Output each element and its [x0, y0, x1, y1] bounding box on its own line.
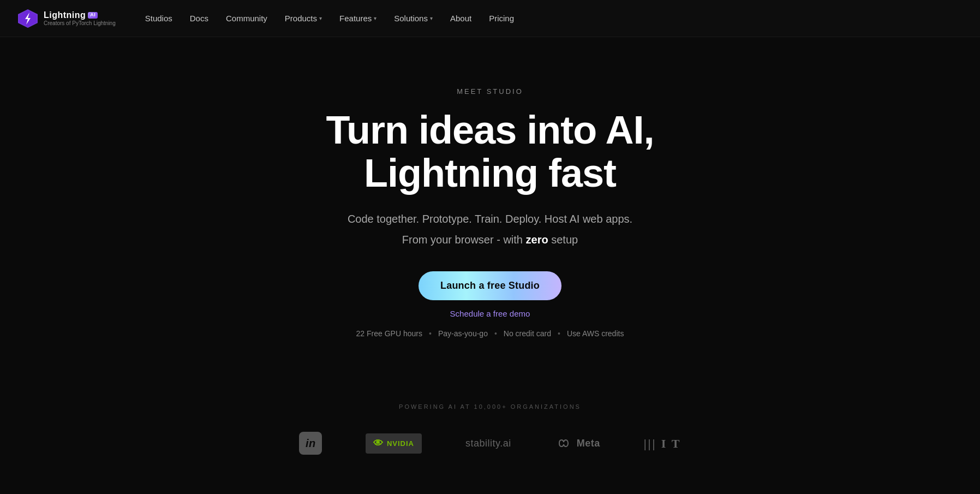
solutions-chevron-icon: ▾ — [430, 15, 433, 21]
hero-subtitle-line2: From your browser - with zero setup — [402, 231, 578, 248]
feature-no-credit: No credit card — [504, 329, 551, 338]
linkedin-logo: in — [299, 432, 322, 455]
products-chevron-icon: ▾ — [319, 15, 322, 21]
meta-logo: Meta — [555, 438, 600, 449]
grid-decoration-icon — [98, 477, 218, 494]
nav-products[interactable]: Products ▾ — [277, 9, 330, 27]
dot-1: • — [429, 329, 432, 338]
nvidia-logo: 👁 NVIDIA — [366, 433, 422, 454]
nav-pricing[interactable]: Pricing — [481, 9, 522, 27]
nav-about[interactable]: About — [443, 9, 479, 27]
powering-section: POWERING AI AT 10,000+ ORGANIZATIONS in … — [0, 403, 980, 477]
nav-features[interactable]: Features ▾ — [332, 9, 384, 27]
bottom-decoration — [0, 477, 980, 494]
nav-solutions[interactable]: Solutions ▾ — [386, 9, 440, 27]
logo[interactable]: Lightning AI Creators of PyTorch Lightni… — [17, 8, 116, 29]
features-row: 22 Free GPU hours • Pay-as-you-go • No c… — [356, 329, 624, 338]
launch-studio-button[interactable]: Launch a free Studio — [419, 271, 561, 300]
feature-payg: Pay-as-you-go — [438, 329, 488, 338]
navbar: Lightning AI Creators of PyTorch Lightni… — [0, 0, 980, 37]
schedule-demo-link[interactable]: Schedule a free demo — [450, 309, 530, 318]
stability-text: stability.ai — [465, 438, 511, 449]
mit-logo: ||| I T — [644, 435, 681, 451]
meta-text: Meta — [577, 438, 600, 449]
mit-text: ||| I T — [644, 435, 681, 451]
nvidia-text: NVIDIA — [387, 439, 414, 448]
nvidia-eye-icon: 👁 — [373, 438, 384, 449]
company-logos-row: in 👁 NVIDIA stability.ai Meta — [299, 432, 680, 455]
hero-subtitle-line1: Code together. Prototype. Train. Deploy.… — [348, 210, 632, 228]
hero-title: Turn ideas into AI, Lightning fast — [244, 109, 736, 195]
ai-badge: AI — [88, 12, 98, 19]
brand-subtitle: Creators of PyTorch Lightning — [44, 20, 116, 26]
dot-2: • — [494, 329, 497, 338]
features-chevron-icon: ▾ — [374, 15, 377, 21]
nav-links: Studios Docs Community Products ▾ Featur… — [138, 9, 963, 27]
feature-aws: Use AWS credits — [567, 329, 624, 338]
stability-logo: stability.ai — [465, 438, 511, 449]
linkedin-icon: in — [299, 432, 322, 455]
hero-section: MEET STUDIO Turn ideas into AI, Lightnin… — [0, 0, 980, 371]
dot-3: • — [558, 329, 560, 338]
powering-label: POWERING AI AT 10,000+ ORGANIZATIONS — [399, 403, 581, 410]
brand-name: Lightning AI — [44, 10, 116, 20]
nav-studios[interactable]: Studios — [138, 9, 180, 27]
feature-gpu-hours: 22 Free GPU hours — [356, 329, 422, 338]
meet-label: MEET STUDIO — [457, 87, 523, 96]
nav-docs[interactable]: Docs — [182, 9, 216, 27]
nav-community[interactable]: Community — [218, 9, 275, 27]
